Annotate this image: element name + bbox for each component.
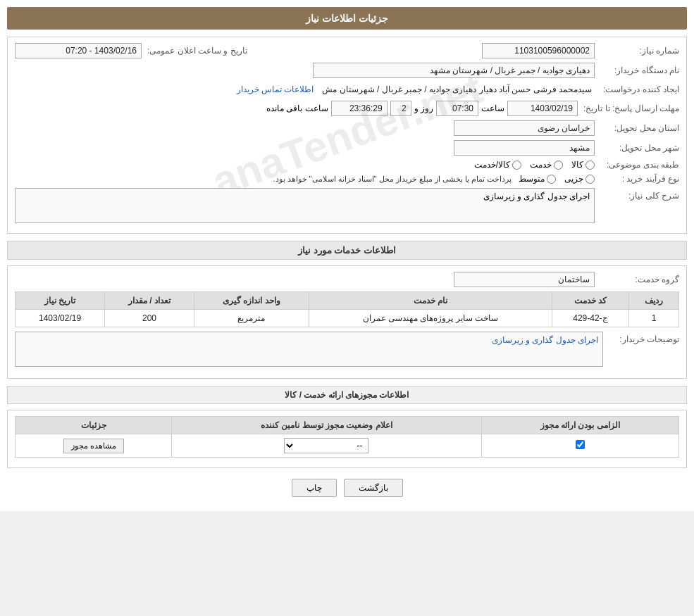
deadline-row: مهلت ارسال پاسخ: تا تاریخ: 1403/02/19 سا… xyxy=(15,101,679,116)
need-number-row: شماره نیاز: 1103100596000002 تاریخ و ساع… xyxy=(15,43,679,58)
category-kala-khedmat-item: کالا/خدمت xyxy=(474,160,521,170)
deadline-time: 07:30 xyxy=(436,101,478,116)
deadline-remaining-label: ساعت باقی مانده xyxy=(266,103,328,113)
creator-value: سیدمحمد فرشی حسن آباد دهیار دهیاری جوادی… xyxy=(319,82,595,96)
back-button[interactable]: بازگشت xyxy=(344,479,403,497)
category-label: طبقه بندی موضوعی: xyxy=(595,160,679,170)
category-kala-label: کالا xyxy=(571,160,583,170)
province-label: استان محل تحویل: xyxy=(595,123,679,133)
city-value: مشهد xyxy=(454,140,595,156)
col-header-date: تاریخ نیاز xyxy=(16,292,105,310)
need-description-row: شرح کلی نیاز: اجرای جدول گذاری و زیرسازی xyxy=(15,188,679,223)
perm-required-cell xyxy=(481,434,678,458)
col-header-unit: واحد اندازه گیری xyxy=(194,292,309,310)
buyer-notes-value: اجرای جدول گذاری و زیرسازی xyxy=(492,335,598,345)
perm-col-details: جزئیات xyxy=(16,417,172,434)
date-value: 1403/02/16 - 07:20 xyxy=(15,43,142,58)
category-radio-group: کالا خدمت کالا/خدمت xyxy=(474,160,595,170)
need-description-label: شرح کلی نیاز: xyxy=(595,188,679,201)
purchase-type-jozi-radio[interactable] xyxy=(585,175,595,184)
purchase-type-label: نوع فرآیند خرید : xyxy=(595,174,679,184)
purchase-type-jozi-label: جزیی xyxy=(564,174,583,184)
category-khedmat-label: خدمت xyxy=(530,160,552,170)
perm-status-cell: -- xyxy=(172,434,481,458)
need-number-value: 1103100596000002 xyxy=(482,43,595,58)
permissions-section: الزامی بودن ارائه مجوز اعلام وضعیت مجوز … xyxy=(7,410,687,468)
deadline-remaining: 23:36:29 xyxy=(331,101,388,116)
deadline-time-label: ساعت xyxy=(481,103,504,113)
row-quantity: 200 xyxy=(105,310,194,327)
col-header-code: کد خدمت xyxy=(552,292,628,310)
province-row: استان محل تحویل: خراسان رضوی xyxy=(15,120,679,136)
main-info-section: anaTender.net شماره نیاز: 11031005960000… xyxy=(7,37,687,234)
city-label: شهر محل تحویل: xyxy=(595,143,679,153)
category-khedmat-item: خدمت xyxy=(530,160,563,170)
purchase-type-row: نوع فرآیند خرید : جزیی متوسط پرداخت تمام… xyxy=(15,174,679,184)
services-table: ردیف کد خدمت نام خدمت واحد اندازه گیری ت… xyxy=(15,291,679,327)
purchase-type-motavasset-label: متوسط xyxy=(519,174,545,184)
category-kala-radio[interactable] xyxy=(585,161,595,170)
purchase-type-note: پرداخت تمام یا بخشی از مبلغ خریداز محل "… xyxy=(273,175,512,184)
table-row: 1 ج-42-429 ساخت سایر پروژه‌های مهندسی عم… xyxy=(16,310,679,327)
need-description-box: اجرای جدول گذاری و زیرسازی xyxy=(15,188,595,223)
deadline-days: 2 xyxy=(390,101,411,116)
view-permit-button[interactable]: مشاهده مجوز xyxy=(63,439,124,453)
perm-status-select[interactable]: -- xyxy=(284,438,368,453)
services-section-header: اطلاعات خدمات مورد نیاز xyxy=(7,241,687,260)
need-number-label: شماره نیاز: xyxy=(595,46,679,56)
service-group-value: ساختمان xyxy=(454,272,595,287)
need-description-value: اجرای جدول گذاری و زیرسازی xyxy=(483,191,590,201)
purchase-type-radio-group: جزیی متوسط xyxy=(519,174,595,184)
deadline-date: 1403/02/19 xyxy=(507,101,578,116)
perm-col-required: الزامی بودن ارائه مجوز xyxy=(481,417,678,434)
category-kala-khedmat-radio[interactable] xyxy=(512,161,521,170)
col-header-name: نام خدمت xyxy=(309,292,552,310)
col-header-quantity: تعداد / مقدار xyxy=(105,292,194,310)
buyer-label: نام دستگاه خریدار: xyxy=(595,65,679,75)
col-header-row: ردیف xyxy=(629,292,679,310)
category-kala-item: کالا xyxy=(571,160,595,170)
buyer-value: دهیاری جوادیه / جمبر غربال / شهرستان مشه… xyxy=(313,63,595,78)
perm-col-status: اعلام وضعیت مجوز توسط نامین کننده xyxy=(172,417,481,434)
purchase-type-motavasset-radio[interactable] xyxy=(547,175,556,184)
row-unit: مترمربع xyxy=(194,310,309,327)
bottom-buttons: بازگشت چاپ xyxy=(7,479,687,497)
city-row: شهر محل تحویل: مشهد xyxy=(15,140,679,156)
row-date: 1403/02/19 xyxy=(16,310,105,327)
services-section: گروه خدمت: ساختمان ردیف کد خدمت نام خدمت… xyxy=(7,265,687,379)
category-khedmat-radio[interactable] xyxy=(554,161,563,170)
service-group-row: گروه خدمت: ساختمان xyxy=(15,272,679,287)
category-row: طبقه بندی موضوعی: کالا خدمت کالا/خدمت xyxy=(15,160,679,170)
perm-required-checkbox[interactable] xyxy=(576,440,585,449)
perm-table-row: -- مشاهده مجوز xyxy=(16,434,679,458)
permissions-table: الزامی بودن ارائه مجوز اعلام وضعیت مجوز … xyxy=(15,416,679,458)
service-group-label: گروه خدمت: xyxy=(595,275,679,284)
contact-link[interactable]: اطلاعات تماس خریدار xyxy=(237,84,314,94)
category-kala-khedmat-label: کالا/خدمت xyxy=(474,160,510,170)
province-value: خراسان رضوی xyxy=(454,120,595,136)
row-number: 1 xyxy=(629,310,679,327)
permissions-section-title: اطلاعات مجوزهای ارائه خدمت / کالا xyxy=(7,386,687,404)
buyer-notes-label: توضیحات خریدار: xyxy=(609,332,679,344)
creator-label: ایجاد کننده درخواست: xyxy=(595,84,679,94)
buyer-row: نام دستگاه خریدار: دهیاری جوادیه / جمبر … xyxy=(15,63,679,78)
page-title: جزئیات اطلاعات نیاز xyxy=(7,7,687,30)
creator-row: ایجاد کننده درخواست: سیدمحمد فرشی حسن آب… xyxy=(15,82,679,96)
print-button[interactable]: چاپ xyxy=(292,479,337,497)
row-name: ساخت سایر پروژه‌های مهندسی عمران xyxy=(309,310,552,327)
perm-details-cell: مشاهده مجوز xyxy=(16,434,172,458)
deadline-days-label: روز و xyxy=(414,103,433,113)
row-code: ج-42-429 xyxy=(552,310,628,327)
date-label: تاریخ و ساعت اعلان عمومی: xyxy=(142,46,247,56)
buyer-notes-section: توضیحات خریدار: اجرای جدول گذاری و زیرسا… xyxy=(15,332,679,367)
purchase-type-motavasset-item: متوسط xyxy=(519,174,556,184)
purchase-type-jozi-item: جزیی xyxy=(564,174,595,184)
deadline-label: مهلت ارسال پاسخ: تا تاریخ: xyxy=(578,103,679,113)
